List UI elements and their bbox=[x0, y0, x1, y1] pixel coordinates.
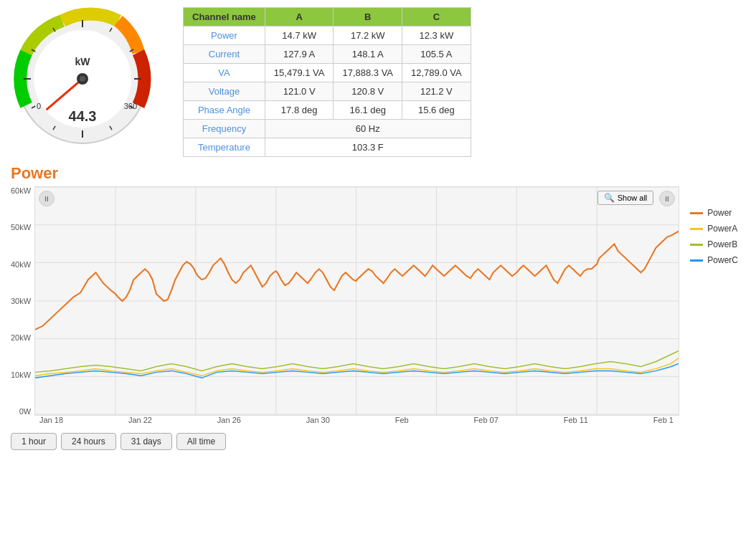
table-cell-name: VA bbox=[184, 64, 265, 82]
power-title: Power bbox=[11, 164, 745, 183]
table-cell-b: 17,888.3 VA bbox=[334, 64, 402, 82]
table-cell-a: 121.0 V bbox=[265, 82, 334, 101]
x-axis-label: Feb 1 bbox=[653, 416, 674, 424]
table-cell-value: 103.3 F bbox=[265, 138, 471, 157]
legend-label: PowerA bbox=[707, 224, 737, 234]
time-range-button[interactable]: All time bbox=[176, 433, 226, 450]
x-axis-label: Jan 26 bbox=[217, 416, 241, 424]
time-range-button[interactable]: 1 hour bbox=[11, 433, 57, 450]
gauge-svg bbox=[11, 7, 154, 151]
col-channel-name: Channel name bbox=[184, 8, 265, 27]
table-cell-c: 15.6 deg bbox=[402, 101, 471, 120]
table-row: Phase Angle17.8 deg16.1 deg15.6 deg bbox=[184, 101, 471, 120]
y-axis-label: 20kW bbox=[11, 333, 31, 342]
x-axis-label: Jan 22 bbox=[128, 416, 152, 424]
y-axis-label: 30kW bbox=[11, 297, 31, 305]
time-range-button[interactable]: 31 days bbox=[121, 433, 172, 450]
table-cell-c: 12.3 kW bbox=[402, 27, 471, 45]
table-cell-c: 12,789.0 VA bbox=[402, 64, 471, 82]
top-section: kW 44.3 0 360 Channel name A B C Power14… bbox=[11, 7, 745, 157]
pause-left-button[interactable]: ⏸ bbox=[39, 191, 55, 206]
legend-label: PowerB bbox=[707, 239, 737, 249]
table-row: Voltage121.0 V120.8 V121.2 V bbox=[184, 82, 471, 101]
x-axis-label: Feb 07 bbox=[474, 416, 499, 424]
table-cell-a: 15,479.1 VA bbox=[265, 64, 334, 82]
table-cell-a: 14.7 kW bbox=[265, 27, 334, 45]
legend-color-swatch bbox=[690, 228, 703, 230]
table-row: Temperature103.3 F bbox=[184, 138, 471, 157]
table-header-row: Channel name A B C bbox=[184, 8, 471, 27]
y-axis-label: 0W bbox=[19, 407, 32, 416]
table-cell-value: 60 Hz bbox=[265, 120, 471, 138]
table-cell-a: 17.8 deg bbox=[265, 101, 334, 120]
x-axis-label: Feb 11 bbox=[564, 416, 588, 424]
channel-table: Channel name A B C Power14.7 kW17.2 kW12… bbox=[183, 7, 471, 157]
table-cell-a: 127.9 A bbox=[265, 45, 334, 64]
y-axis-label: 10kW bbox=[11, 371, 31, 379]
time-range-button[interactable]: 24 hours bbox=[61, 433, 116, 450]
chart-section: 60kW50kW40kW30kW20kW10kW0W bbox=[11, 186, 745, 450]
table-cell-b: 120.8 V bbox=[334, 82, 402, 101]
y-axis-label: 40kW bbox=[11, 260, 31, 269]
show-all-label: Show all bbox=[618, 194, 648, 202]
legend-color-swatch bbox=[690, 259, 703, 262]
table-cell-name: Phase Angle bbox=[184, 101, 265, 120]
chart-main: ⏸ ⏸ 🔍 Show all bbox=[34, 186, 679, 416]
legend-label: Power bbox=[707, 208, 732, 218]
zoom-icon: 🔍 bbox=[604, 193, 615, 203]
y-axis-label: 50kW bbox=[11, 223, 31, 231]
table-cell-name: Frequency bbox=[184, 120, 265, 138]
table-cell-b: 16.1 deg bbox=[334, 101, 402, 120]
table-row: Power14.7 kW17.2 kW12.3 kW bbox=[184, 27, 471, 45]
table-row: VA15,479.1 VA17,888.3 VA12,789.0 VA bbox=[184, 64, 471, 82]
table-row: Current127.9 A148.1 A105.5 A bbox=[184, 45, 471, 64]
table-cell-b: 17.2 kW bbox=[334, 27, 402, 45]
x-axis-label: Jan 18 bbox=[39, 416, 63, 424]
main-container: kW 44.3 0 360 Channel name A B C Power14… bbox=[0, 0, 756, 457]
legend-item: PowerB bbox=[690, 239, 738, 249]
table-cell-name: Voltage bbox=[184, 82, 265, 101]
table-cell-name: Power bbox=[184, 27, 265, 45]
x-axis-label: Jan 30 bbox=[306, 416, 330, 424]
gauge-wrapper: kW 44.3 0 360 bbox=[11, 7, 154, 151]
col-c: C bbox=[402, 8, 471, 27]
legend-color-swatch bbox=[690, 244, 703, 246]
table-cell-c: 105.5 A bbox=[402, 45, 471, 64]
chart-legend: PowerPowerAPowerBPowerC bbox=[679, 186, 745, 416]
legend-item: PowerC bbox=[690, 255, 738, 265]
gauge-max-label: 360 bbox=[124, 102, 137, 110]
time-buttons: 1 hour24 hours31 daysAll time bbox=[11, 433, 745, 450]
table-row: Frequency60 Hz bbox=[184, 120, 471, 138]
show-all-button[interactable]: 🔍 Show all bbox=[597, 191, 654, 205]
x-axis-label: Feb bbox=[395, 416, 409, 424]
legend-item: PowerA bbox=[690, 224, 738, 234]
chart-x-axis: Jan 18Jan 22Jan 26Jan 30FebFeb 07Feb 11F… bbox=[39, 416, 674, 424]
svg-point-16 bbox=[80, 76, 85, 82]
legend-item: Power bbox=[690, 208, 738, 218]
chart-wrapper: 60kW50kW40kW30kW20kW10kW0W bbox=[11, 186, 745, 416]
chart-svg bbox=[35, 187, 679, 415]
legend-color-swatch bbox=[690, 212, 703, 214]
y-axis-label: 60kW bbox=[11, 186, 31, 195]
table-cell-name: Current bbox=[184, 45, 265, 64]
gauge-unit-label: kW bbox=[75, 56, 90, 67]
col-a: A bbox=[265, 8, 334, 27]
table-cell-c: 121.2 V bbox=[402, 82, 471, 101]
gauge-value: 44.3 bbox=[69, 108, 97, 125]
gauge-min-label: 0 bbox=[37, 102, 41, 110]
legend-label: PowerC bbox=[707, 255, 738, 265]
table-cell-name: Temperature bbox=[184, 138, 265, 157]
chart-y-axis: 60kW50kW40kW30kW20kW10kW0W bbox=[11, 186, 34, 416]
table-cell-b: 148.1 A bbox=[334, 45, 402, 64]
data-table-container: Channel name A B C Power14.7 kW17.2 kW12… bbox=[183, 7, 471, 157]
gauge-container: kW 44.3 0 360 bbox=[11, 7, 169, 151]
col-b: B bbox=[334, 8, 402, 27]
